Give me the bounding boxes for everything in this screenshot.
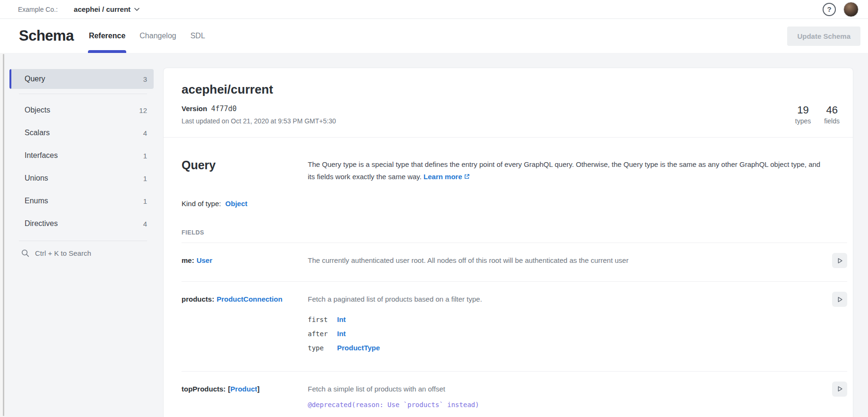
help-icon[interactable]: ? <box>823 3 836 16</box>
sidebar-item-label: Enums <box>25 197 48 205</box>
field-body: Fetch a paginated list of products based… <box>308 294 821 358</box>
graph-selector-label: acephei / current <box>74 5 130 13</box>
field-row: topProducts:[Product] Fetch a simple lis… <box>182 372 847 417</box>
sidebar-item-count: 3 <box>143 75 147 83</box>
field-body: The currently authenticated user root. A… <box>308 255 821 266</box>
version-label: Version <box>182 104 207 113</box>
run-query-button[interactable] <box>832 292 847 307</box>
tab[interactable]: Changelog <box>139 19 176 53</box>
sidebar-item-count: 4 <box>143 129 147 137</box>
type-name: Query <box>182 158 308 172</box>
scrollbar-thumb[interactable] <box>3 54 4 416</box>
argument-name: after <box>308 330 337 338</box>
left-scrollbar[interactable] <box>0 53 5 417</box>
org-label: Example Co.: <box>18 6 58 13</box>
schema-stats: 19 types 46 fields <box>795 104 840 125</box>
play-icon <box>836 385 844 393</box>
stat-value: 46 <box>824 104 840 116</box>
argument-name: first <box>308 316 337 323</box>
sidebar-item-count: 12 <box>139 106 147 114</box>
run-query-button[interactable] <box>832 382 847 397</box>
argument-type-link[interactable]: ProductType <box>337 344 380 352</box>
sidebar-item-label: Scalars <box>25 129 50 137</box>
field-description: Fetch a simple list of products with an … <box>308 384 821 395</box>
type-description: The Query type is a special type that de… <box>308 158 835 182</box>
type-section: Query The Query type is a special type t… <box>164 138 853 417</box>
sidebar-item[interactable]: Directives 4 <box>9 212 154 235</box>
field-description: Fetch a paginated list of products based… <box>308 294 821 305</box>
argument-row: type ProductType <box>308 344 821 352</box>
tab-label: SDL <box>191 32 205 40</box>
field-type-link[interactable]: ProductConnection <box>217 295 282 303</box>
stat-value: 19 <box>795 104 811 116</box>
field-type-link[interactable]: Product <box>230 385 257 393</box>
tab[interactable]: SDL <box>191 19 205 53</box>
field-args: first Int after Int type ProductType <box>308 315 821 352</box>
field-body: Fetch a simple list of products with an … <box>308 384 821 417</box>
run-query-button[interactable] <box>832 253 847 268</box>
schema-reference-card: acephei/current Version 4f77d0 Last upda… <box>163 68 853 417</box>
field-action <box>832 384 847 397</box>
play-icon <box>836 257 844 265</box>
field-action <box>832 255 847 268</box>
tab-label: Reference <box>89 32 125 40</box>
sidebar-item[interactable]: Objects 12 <box>9 99 154 122</box>
field-name: me:User <box>182 255 308 266</box>
sidebar-item-label: Interfaces <box>25 151 58 160</box>
schema-search[interactable]: Ctrl + K to Search <box>9 249 154 258</box>
sidebar-item-count: 4 <box>143 220 147 228</box>
field-name-label: topProducts: <box>182 385 226 393</box>
tab-bar: Reference Changelog SDL <box>89 19 205 53</box>
argument-row: after Int <box>308 330 821 338</box>
chevron-down-icon <box>134 8 139 11</box>
kind-object-link[interactable]: Object <box>226 200 248 208</box>
top-bar: Example Co.: acephei / current ? <box>0 0 868 19</box>
search-hint: Ctrl + K to Search <box>35 249 91 257</box>
type-suffix: ] <box>257 385 260 393</box>
argument-type-link[interactable]: Int <box>337 315 346 323</box>
sidebar-item-count: 1 <box>143 152 147 160</box>
user-avatar[interactable] <box>843 2 859 17</box>
graph-title: acephei/current <box>182 82 336 97</box>
external-link-icon <box>464 174 470 180</box>
sidebar-divider <box>19 94 147 94</box>
tab[interactable]: Reference <box>89 19 125 53</box>
sidebar-item-label: Unions <box>25 174 48 182</box>
page-header: Schema Reference Changelog SDL Update Sc… <box>0 19 868 53</box>
graph-meta: acephei/current Version 4f77d0 Last upda… <box>182 82 336 125</box>
sidebar-item[interactable]: Interfaces 1 <box>9 144 154 167</box>
field-row: products:ProductConnection Fetch a pagin… <box>182 282 847 372</box>
learn-more-link[interactable]: Learn more <box>424 173 470 181</box>
kind-label: Kind of type: <box>182 200 221 208</box>
field-action <box>832 294 847 307</box>
field-type-link[interactable]: User <box>197 256 212 264</box>
version-value: 4f77d0 <box>211 104 236 113</box>
stat-block: 19 types <box>795 104 811 125</box>
page-body: Query 3 Objects 12 Scalars 4 Interfaces … <box>0 53 868 417</box>
stat-label: types <box>795 117 811 125</box>
field-row: me:User The currently authenticated user… <box>182 243 847 282</box>
field-name-label: products: <box>182 295 214 303</box>
sidebar-item-count: 1 <box>143 197 147 205</box>
sidebar-item[interactable]: Query 3 <box>9 69 154 89</box>
type-summary: Query The Query type is a special type t… <box>182 158 835 182</box>
page-title: Schema <box>19 27 74 44</box>
field-name: products:ProductConnection <box>182 294 308 304</box>
play-icon <box>836 295 844 304</box>
last-updated: Last updated on Oct 21, 2020 at 9:53 PM … <box>182 117 336 125</box>
sidebar-item-label: Directives <box>25 219 58 228</box>
argument-type-link[interactable]: Int <box>337 330 346 338</box>
graph-selector[interactable]: acephei / current <box>74 5 139 13</box>
schema-sidebar: Query 3 Objects 12 Scalars 4 Interfaces … <box>9 53 154 417</box>
sidebar-item[interactable]: Unions 1 <box>9 167 154 190</box>
sidebar-item-label: Query <box>25 75 45 83</box>
sidebar-item[interactable]: Enums 1 <box>9 190 154 212</box>
update-schema-button[interactable]: Update Schema <box>787 26 860 46</box>
argument-row: first Int <box>308 315 821 323</box>
sidebar-primary-list: Query 3 <box>9 69 154 89</box>
sidebar-item[interactable]: Scalars 4 <box>9 122 154 144</box>
card-header: acephei/current Version 4f77d0 Last upda… <box>164 68 853 137</box>
field-name: topProducts:[Product] <box>182 384 308 394</box>
kind-of-type-row: Kind of type: Object <box>182 200 835 208</box>
type-description-text: The Query type is a special type that de… <box>308 160 820 181</box>
